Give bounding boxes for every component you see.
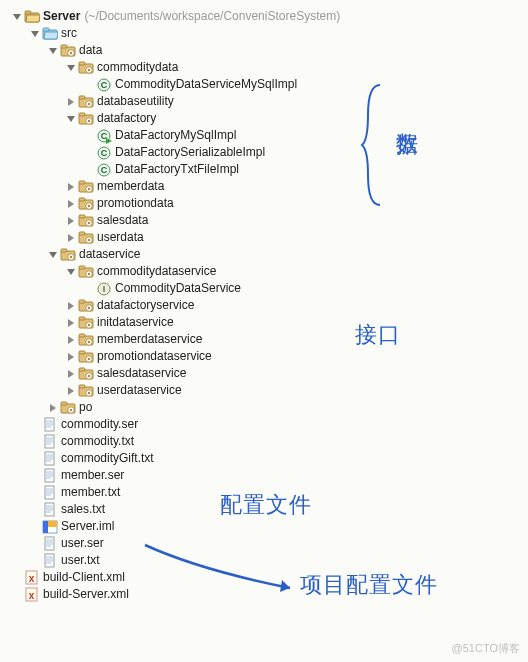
chevron-down-icon[interactable] <box>66 267 76 277</box>
no-arrow <box>30 471 40 481</box>
tree-row-salesdata[interactable]: salesdata <box>4 212 524 229</box>
tree-row-userdata[interactable]: userdata <box>4 229 524 246</box>
tree-row-user-ser[interactable]: user.ser <box>4 535 524 552</box>
ant-icon <box>24 570 40 586</box>
tree-row-commoditydataservice[interactable]: commoditydataservice <box>4 263 524 280</box>
folder-src-icon <box>42 26 58 42</box>
package-icon <box>78 111 94 127</box>
chevron-right-icon[interactable] <box>48 403 58 413</box>
tree-row-salesdataservice[interactable]: salesdataservice <box>4 365 524 382</box>
package-icon <box>78 366 94 382</box>
tree-label: sales.txt <box>61 501 105 518</box>
tree-row-data[interactable]: data <box>4 42 524 59</box>
class-icon <box>96 77 112 93</box>
chevron-right-icon[interactable] <box>66 301 76 311</box>
chevron-right-icon[interactable] <box>66 216 76 226</box>
tree-row-datafactory[interactable]: datafactory <box>4 110 524 127</box>
tree-row-member-ser[interactable]: member.ser <box>4 467 524 484</box>
package-icon <box>78 315 94 331</box>
chevron-down-icon[interactable] <box>12 12 22 22</box>
package-icon <box>60 43 76 59</box>
chevron-right-icon[interactable] <box>66 97 76 107</box>
tree-row-commoditydataservice[interactable]: CommodityDataService <box>4 280 524 297</box>
tree-label: commodity.ser <box>61 416 138 433</box>
no-arrow <box>30 454 40 464</box>
chevron-down-icon[interactable] <box>48 250 58 260</box>
chevron-down-icon[interactable] <box>66 114 76 124</box>
no-arrow <box>12 590 22 600</box>
file-icon <box>42 536 58 552</box>
chevron-down-icon[interactable] <box>48 46 58 56</box>
tree-label: databaseutility <box>97 93 174 110</box>
tree-row-build-server-xml[interactable]: build-Server.xml <box>4 586 524 603</box>
no-arrow <box>30 522 40 532</box>
project-tree[interactable]: Server(~/Documents/workspace/ConveniStor… <box>0 0 528 611</box>
no-arrow <box>30 539 40 549</box>
chevron-right-icon[interactable] <box>66 318 76 328</box>
tree-row-commoditygift-txt[interactable]: commodityGift.txt <box>4 450 524 467</box>
package-icon <box>78 94 94 110</box>
tree-row-userdataservice[interactable]: userdataservice <box>4 382 524 399</box>
ant-icon <box>24 587 40 603</box>
tree-label: commoditydata <box>97 59 178 76</box>
tree-row-build-client-xml[interactable]: build-Client.xml <box>4 569 524 586</box>
tree-row-promotiondata[interactable]: promotiondata <box>4 195 524 212</box>
tree-label: src <box>61 25 77 42</box>
no-arrow <box>84 148 94 158</box>
chevron-right-icon[interactable] <box>66 199 76 209</box>
tree-row-commodity-txt[interactable]: commodity.txt <box>4 433 524 450</box>
tree-label: CommodityDataService <box>115 280 241 297</box>
chevron-right-icon[interactable] <box>66 335 76 345</box>
package-icon <box>78 196 94 212</box>
tree-label: member.txt <box>61 484 120 501</box>
tree-row-initdataservice[interactable]: initdataservice <box>4 314 524 331</box>
tree-label: build-Client.xml <box>43 569 125 586</box>
tree-row-memberdataservice[interactable]: memberdataservice <box>4 331 524 348</box>
tree-label: promotiondata <box>97 195 174 212</box>
chevron-right-icon[interactable] <box>66 386 76 396</box>
interface-icon <box>96 281 112 297</box>
package-icon <box>78 332 94 348</box>
tree-row-po[interactable]: po <box>4 399 524 416</box>
chevron-down-icon[interactable] <box>30 29 40 39</box>
chevron-down-icon[interactable] <box>66 63 76 73</box>
tree-label: member.ser <box>61 467 124 484</box>
tree-label: user.txt <box>61 552 100 569</box>
chevron-right-icon[interactable] <box>66 182 76 192</box>
package-icon <box>60 400 76 416</box>
tree-label: DataFactoryTxtFileImpl <box>115 161 239 178</box>
file-icon <box>42 485 58 501</box>
tree-row-commoditydataservicemysqlimpl[interactable]: CommodityDataServiceMySqlImpl <box>4 76 524 93</box>
tree-row-datafactorymysqlimpl[interactable]: DataFactoryMySqlImpl <box>4 127 524 144</box>
tree-row-datafactorytxtfileimpl[interactable]: DataFactoryTxtFileImpl <box>4 161 524 178</box>
tree-row-memberdata[interactable]: memberdata <box>4 178 524 195</box>
tree-row-datafactoryservice[interactable]: datafactoryservice <box>4 297 524 314</box>
package-icon <box>78 349 94 365</box>
chevron-right-icon[interactable] <box>66 352 76 362</box>
tree-row-server-iml[interactable]: Server.iml <box>4 518 524 535</box>
tree-row-datafactoryserializableimpl[interactable]: DataFactorySerializableImpl <box>4 144 524 161</box>
file-icon <box>42 434 58 450</box>
tree-row-promotiondataservice[interactable]: promotiondataservice <box>4 348 524 365</box>
package-icon <box>78 179 94 195</box>
tree-row-commodity-ser[interactable]: commodity.ser <box>4 416 524 433</box>
tree-label: data <box>79 42 102 59</box>
tree-row-sales-txt[interactable]: sales.txt <box>4 501 524 518</box>
no-arrow <box>84 165 94 175</box>
file-icon <box>42 451 58 467</box>
chevron-right-icon[interactable] <box>66 233 76 243</box>
tree-label: DataFactoryMySqlImpl <box>115 127 236 144</box>
tree-row-user-txt[interactable]: user.txt <box>4 552 524 569</box>
tree-row-server[interactable]: Server(~/Documents/workspace/ConveniStor… <box>4 8 524 25</box>
tree-row-commoditydata[interactable]: commoditydata <box>4 59 524 76</box>
tree-row-dataservice[interactable]: dataservice <box>4 246 524 263</box>
tree-row-databaseutility[interactable]: databaseutility <box>4 93 524 110</box>
file-icon <box>42 502 58 518</box>
tree-label: initdataservice <box>97 314 174 331</box>
package-icon <box>78 60 94 76</box>
chevron-right-icon[interactable] <box>66 369 76 379</box>
tree-row-member-txt[interactable]: member.txt <box>4 484 524 501</box>
no-arrow <box>84 80 94 90</box>
tree-row-src[interactable]: src <box>4 25 524 42</box>
tree-label: user.ser <box>61 535 104 552</box>
